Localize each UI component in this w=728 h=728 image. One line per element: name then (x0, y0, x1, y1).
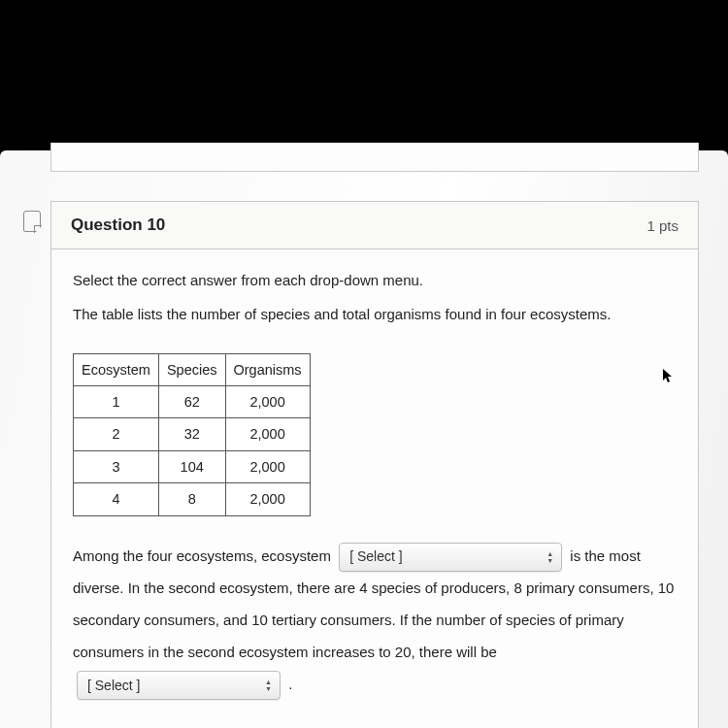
col-species: Species (158, 353, 225, 385)
select-ecosystem-dropdown[interactable]: [ Select ] ▲▼ (339, 543, 562, 572)
question-title: Question 10 (71, 215, 165, 235)
stepper-icon: ▲▼ (265, 678, 272, 692)
sentence-part: Among the four ecosystems, ecosystem (73, 547, 331, 564)
quiz-page: Question 10 1 pts Select the correct ans… (0, 150, 728, 728)
instruction-text: Select the correct answer from each drop… (73, 269, 677, 291)
table-row: 3 104 2,000 (74, 450, 311, 482)
select-outcome-dropdown[interactable]: [ Select ] ▲▼ (77, 671, 281, 700)
stepper-icon: ▲▼ (546, 550, 553, 564)
question-body: Select the correct answer from each drop… (51, 249, 698, 728)
table-row: 2 32 2,000 (74, 418, 311, 450)
col-organisms: Organisms (225, 353, 310, 385)
col-ecosystem: Ecosystem (74, 353, 159, 385)
fill-in-sentence: Among the four ecosystems, ecosystem [ S… (73, 540, 677, 700)
question-points: 1 pts (646, 217, 678, 234)
select-placeholder: [ Select ] (87, 671, 140, 701)
table-header-row: Ecosystem Species Organisms (74, 353, 311, 385)
select-placeholder: [ Select ] (349, 542, 402, 572)
sentence-part: . (288, 676, 292, 692)
previous-question-card-edge (50, 143, 699, 172)
table-row: 1 62 2,000 (74, 385, 311, 417)
bookmark-flag-icon[interactable] (23, 211, 41, 232)
question-header: Question 10 1 pts (51, 202, 698, 249)
question-card: Question 10 1 pts Select the correct ans… (50, 201, 699, 728)
subtitle-text: The table lists the number of species an… (73, 303, 677, 325)
table-row: 4 8 2,000 (74, 483, 311, 515)
ecosystem-table: Ecosystem Species Organisms 1 62 2,000 2… (73, 353, 311, 516)
